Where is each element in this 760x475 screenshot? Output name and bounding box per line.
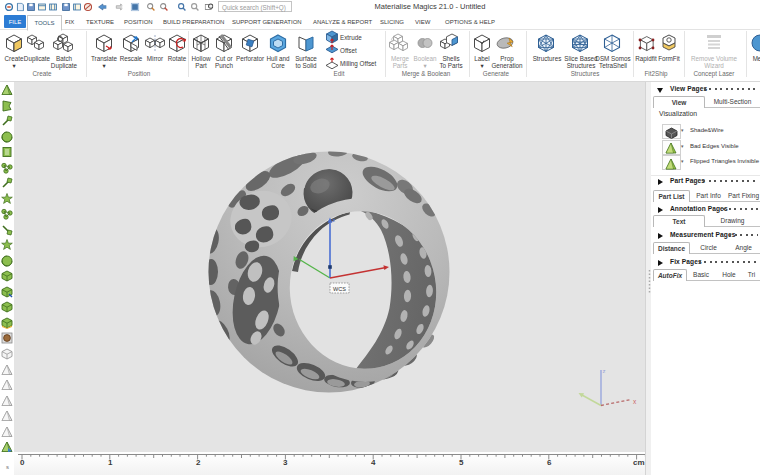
- svg-text:z: z: [333, 217, 336, 223]
- svg-text:z: z: [603, 368, 606, 374]
- svg-text:WCS: WCS: [333, 286, 346, 292]
- svg-text:x: x: [633, 398, 637, 405]
